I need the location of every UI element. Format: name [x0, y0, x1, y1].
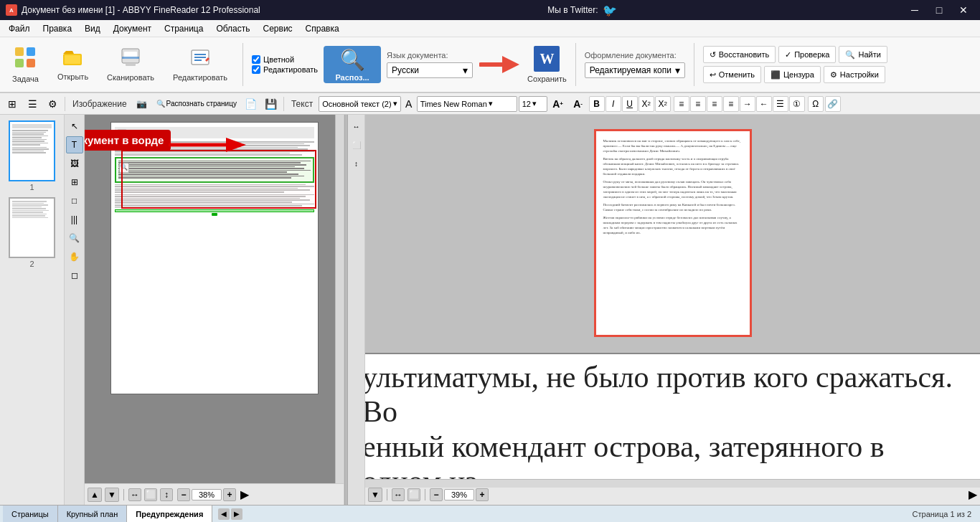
open-button[interactable]: Открыть: [51, 40, 95, 89]
font-increase-button[interactable]: A+: [549, 95, 567, 113]
center-zoom-fit-height[interactable]: ↕: [160, 488, 173, 501]
align-center-button[interactable]: ≡: [690, 96, 706, 112]
right-nav-down[interactable]: ▼: [368, 488, 382, 502]
settings-button[interactable]: ⚙ Настройки: [824, 66, 885, 83]
menu-area[interactable]: Область: [210, 22, 255, 35]
menu-edit[interactable]: Правка: [37, 22, 78, 35]
rt-fit-height[interactable]: ↕: [348, 155, 365, 172]
align-justify-button[interactable]: ≡: [723, 96, 739, 112]
scan-button[interactable]: Сканировать: [100, 40, 161, 89]
background-tool-button[interactable]: □: [66, 192, 83, 209]
image-label: Изображение: [68, 99, 131, 109]
style-dropdown-icon: ▾: [393, 99, 397, 108]
recognize-page-button[interactable]: 🔍 Распознать страницу: [153, 95, 240, 113]
superscript-button[interactable]: X2: [639, 96, 654, 112]
thumbnail-1[interactable]: 1: [9, 120, 55, 191]
outdent-button[interactable]: ←: [756, 96, 772, 112]
edit2-checkbox[interactable]: [252, 65, 260, 74]
style-select[interactable]: Основной текст (2) ▾: [319, 96, 401, 112]
rt-fit-width[interactable]: ↔: [348, 118, 365, 135]
center-scroll-v[interactable]: [335, 115, 344, 483]
right-zoom-fit-page[interactable]: ⬜: [407, 488, 420, 501]
align-btn-group: ≡ ≡ ≡ ≡ → ← ☰ ①: [674, 96, 805, 112]
right-zoom-in[interactable]: +: [476, 488, 489, 501]
menu-help[interactable]: Справка: [300, 22, 345, 35]
titlebar: A Документ без имени [1] - ABBYY FineRea…: [0, 0, 980, 20]
censor-button[interactable]: ⬛ Цензура: [764, 66, 821, 83]
rt-fit-page[interactable]: ⬜: [348, 136, 365, 153]
settings2-button[interactable]: ⚙: [43, 95, 62, 113]
subscript-button[interactable]: X2: [655, 96, 671, 112]
scan-icon: [120, 47, 141, 72]
special-char-button[interactable]: Ω: [808, 96, 824, 112]
right-zoom-fit-width[interactable]: ↔: [392, 488, 405, 501]
close-button[interactable]: ✕: [953, 3, 974, 17]
image-tool-button[interactable]: 🖼: [66, 155, 83, 172]
list-button[interactable]: ☰: [773, 96, 788, 112]
color-checkbox[interactable]: [252, 55, 260, 64]
numbering-button[interactable]: ①: [789, 96, 805, 112]
maximize-button[interactable]: □: [928, 3, 950, 17]
image-btn1[interactable]: 📷: [133, 95, 151, 113]
check-icon: ✓: [785, 50, 791, 60]
edit-button[interactable]: Редактировать: [166, 40, 234, 89]
recognize-button[interactable]: 🔍 Распоз...: [324, 46, 381, 83]
main-area: 1 2 ↖: [0, 115, 980, 505]
font-dropdown-icon: ▾: [489, 99, 493, 108]
check-button[interactable]: ✓ Проверка: [778, 46, 836, 63]
grid-view-button[interactable]: ⊞: [3, 95, 22, 113]
status-nav-next[interactable]: ▶: [231, 508, 242, 520]
align-left-button[interactable]: ≡: [674, 96, 689, 112]
menu-view[interactable]: Вид: [79, 22, 106, 35]
eraser-tool-button[interactable]: ◻: [66, 267, 83, 284]
center-nav-up[interactable]: ▲: [88, 488, 102, 502]
menu-file[interactable]: Файл: [3, 22, 36, 35]
menu-service[interactable]: Сервис: [258, 22, 298, 35]
center-zoom-fit-page[interactable]: ⬜: [144, 488, 157, 501]
text-tool-button[interactable]: T: [66, 136, 83, 153]
style-btn[interactable]: A: [402, 95, 415, 113]
underline-button[interactable]: U: [622, 96, 638, 112]
thumbnail-panel: 1 2: [0, 115, 65, 505]
undo-button[interactable]: ↩ Отменить: [703, 66, 761, 83]
link-button[interactable]: 🔗: [825, 96, 841, 112]
italic-button[interactable]: I: [606, 96, 621, 112]
statusbar-warnings-tab[interactable]: Предупреждения: [127, 506, 212, 522]
img-btn2[interactable]: 📄: [242, 95, 260, 113]
big-text-scrollbar[interactable]: [348, 479, 980, 488]
bold-button[interactable]: B: [589, 96, 605, 112]
minimize-button[interactable]: ─: [904, 3, 925, 17]
align-right-button[interactable]: ≡: [707, 96, 722, 112]
select-tool-button[interactable]: ↖: [66, 118, 83, 135]
lang-select[interactable]: Русски ▾: [387, 62, 473, 78]
task-button[interactable]: Задача: [6, 40, 45, 89]
statusbar-zoom-tab[interactable]: Крупный план: [58, 506, 128, 522]
save-label[interactable]: Сохранить: [527, 75, 567, 83]
menu-page[interactable]: Страница: [159, 22, 209, 35]
thumbnail-2[interactable]: 2: [9, 197, 55, 268]
statusbar-pages-tab[interactable]: Страницы: [3, 506, 58, 522]
find-button[interactable]: 🔍 Найти: [839, 46, 887, 63]
center-nav-down[interactable]: ▼: [105, 488, 119, 502]
right-nav-right[interactable]: ▶: [969, 488, 977, 501]
img-btn3[interactable]: 💾: [262, 95, 281, 113]
center-nav-right[interactable]: ▶: [240, 488, 249, 501]
page-image: 🔍: [110, 122, 319, 394]
format-select[interactable]: Редактируемая копи ▾: [585, 62, 685, 78]
indent-button[interactable]: →: [740, 96, 755, 112]
center-zoom-in[interactable]: +: [223, 488, 236, 501]
zoom-tool-button[interactable]: 🔍: [66, 229, 83, 247]
table-tool-button[interactable]: ⊞: [66, 174, 83, 191]
center-zoom-fit-width[interactable]: ↔: [128, 488, 141, 501]
pan-tool-button[interactable]: ✋: [66, 248, 83, 265]
menu-document[interactable]: Документ: [108, 22, 157, 35]
center-zoom-out[interactable]: −: [177, 488, 190, 501]
status-nav-prev[interactable]: ◀: [218, 508, 230, 520]
restore-button[interactable]: ↺ Восстановить: [703, 46, 776, 63]
font-size-select[interactable]: 12 ▾: [519, 96, 547, 112]
right-zoom-out[interactable]: −: [430, 488, 443, 501]
list-view-button[interactable]: ☰: [23, 95, 42, 113]
font-decrease-button[interactable]: A-: [569, 95, 588, 113]
font-select[interactable]: Times New Roman ▾: [417, 96, 517, 112]
barcode-tool-button[interactable]: |||: [66, 211, 83, 228]
